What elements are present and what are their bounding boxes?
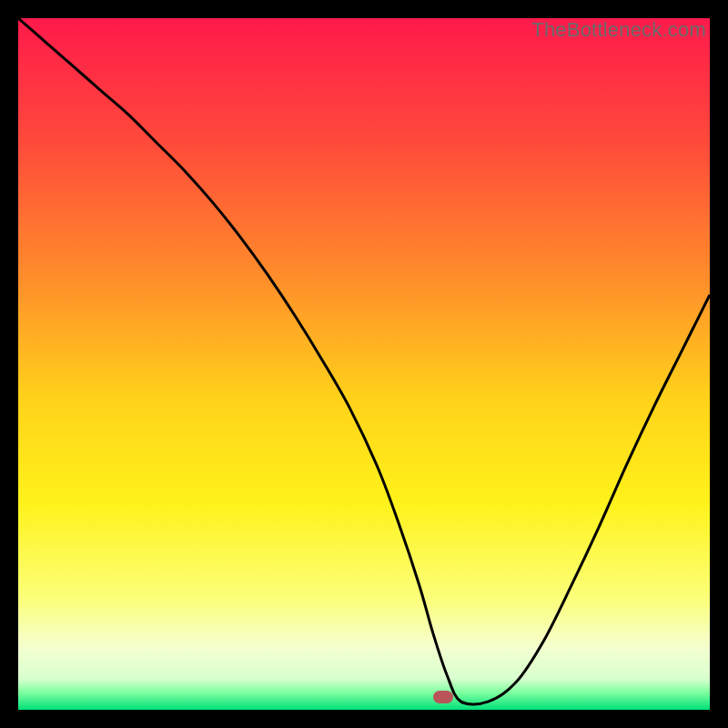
chart-frame: TheBottleneck.com [18, 18, 710, 710]
bottleneck-chart [18, 18, 710, 710]
optimal-point-marker [433, 691, 453, 703]
gradient-background [18, 18, 710, 710]
watermark-text: TheBottleneck.com [531, 18, 706, 42]
